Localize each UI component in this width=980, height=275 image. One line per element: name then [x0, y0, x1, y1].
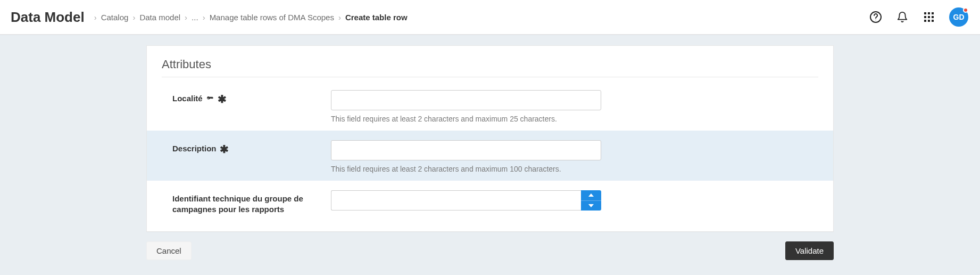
- breadcrumb-item[interactable]: Data model: [139, 13, 180, 22]
- svg-rect-9: [928, 20, 930, 22]
- svg-rect-4: [932, 12, 934, 14]
- app-title: Data Model: [11, 9, 85, 26]
- topbar: Data Model › Catalog › Data model › ... …: [0, 0, 980, 35]
- apps-grid-icon[interactable]: [923, 11, 935, 23]
- field-label: Description: [172, 143, 217, 154]
- svg-rect-8: [924, 20, 926, 22]
- svg-rect-5: [924, 16, 926, 18]
- attributes-panel: Attributes Localité ✱ This field require…: [146, 45, 834, 232]
- svg-rect-10: [932, 20, 934, 22]
- key-icon: [206, 94, 214, 103]
- svg-point-1: [875, 20, 876, 20]
- chevron-right-icon: ›: [185, 13, 187, 22]
- stepper-up-button[interactable]: [581, 190, 601, 200]
- main-container: Attributes Localité ✱ This field require…: [146, 45, 834, 260]
- breadcrumb-current: Create table row: [345, 13, 408, 22]
- description-input[interactable]: [331, 140, 601, 160]
- breadcrumb: › Catalog › Data model › ... › Manage ta…: [94, 13, 408, 22]
- identifiant-stepper: [331, 190, 601, 211]
- identifiant-input[interactable]: [331, 190, 581, 211]
- help-icon[interactable]: [869, 11, 882, 23]
- field-identifiant: Identifiant technique du groupe de campa…: [162, 181, 818, 222]
- field-label: Identifiant technique du groupe de campa…: [172, 193, 311, 214]
- cancel-button[interactable]: Cancel: [146, 241, 192, 260]
- breadcrumb-item[interactable]: Catalog: [101, 13, 129, 22]
- topbar-left: Data Model › Catalog › Data model › ... …: [11, 9, 408, 26]
- chevron-right-icon: ›: [132, 13, 135, 22]
- field-description: Description ✱ This field requires at lea…: [147, 131, 833, 181]
- avatar-initials: GD: [953, 13, 965, 21]
- notification-dot-icon: [963, 7, 968, 13]
- field-helper: This field requires at least 2 character…: [331, 115, 601, 123]
- form-footer: Cancel Validate: [146, 241, 834, 260]
- field-helper: This field requires at least 2 character…: [331, 165, 601, 173]
- field-label: Localité: [172, 93, 203, 104]
- svg-rect-6: [928, 16, 930, 18]
- svg-rect-2: [924, 12, 926, 14]
- field-localite: Localité ✱ This field requires at least …: [162, 80, 818, 131]
- validate-button[interactable]: Validate: [785, 241, 834, 260]
- svg-rect-3: [928, 12, 930, 14]
- topbar-right: GD: [869, 7, 968, 27]
- notifications-icon[interactable]: [896, 11, 909, 23]
- svg-rect-7: [932, 16, 934, 18]
- avatar[interactable]: GD: [949, 7, 968, 27]
- chevron-right-icon: ›: [94, 13, 97, 22]
- localite-input[interactable]: [331, 90, 601, 110]
- breadcrumb-item[interactable]: ...: [192, 13, 198, 22]
- chevron-right-icon: ›: [203, 13, 205, 22]
- chevron-right-icon: ›: [338, 13, 341, 22]
- panel-title: Attributes: [162, 58, 818, 77]
- stepper-down-button[interactable]: [581, 200, 601, 211]
- breadcrumb-item[interactable]: Manage table rows of DMA Scopes: [210, 13, 334, 22]
